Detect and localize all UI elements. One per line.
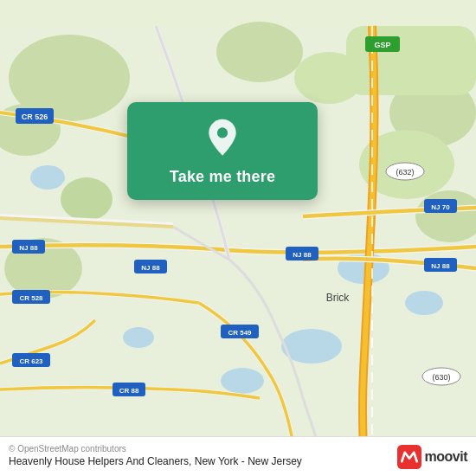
- map-background: GSP CR 526 CR 52 (632) NJ 88 NJ 88 NJ 88…: [0, 0, 476, 476]
- take-me-there-card[interactable]: Take me there: [127, 102, 318, 200]
- svg-text:CR 528: CR 528: [19, 294, 43, 302]
- svg-text:NJ 88: NJ 88: [141, 264, 160, 272]
- svg-point-15: [221, 368, 264, 394]
- svg-point-12: [30, 165, 65, 190]
- take-me-there-label: Take me there: [170, 168, 275, 186]
- svg-point-10: [294, 52, 363, 104]
- svg-text:CR 623: CR 623: [19, 357, 43, 365]
- bottom-info: © OpenStreetMap contributors Heavenly Ho…: [9, 444, 302, 469]
- map-container: GSP CR 526 CR 52 (632) NJ 88 NJ 88 NJ 88…: [0, 0, 476, 476]
- svg-text:(630): (630): [432, 373, 450, 382]
- svg-text:(632): (632): [396, 168, 414, 177]
- svg-point-11: [216, 22, 303, 82]
- svg-text:NJ 88: NJ 88: [293, 251, 312, 259]
- bottom-bar: © OpenStreetMap contributors Heavenly Ho…: [0, 436, 476, 476]
- moovit-text: moovit: [425, 449, 467, 465]
- location-name: Heavenly House Helpers And Cleaners, New…: [9, 455, 302, 469]
- svg-text:CR 549: CR 549: [228, 329, 252, 337]
- svg-text:CR 526: CR 526: [22, 113, 48, 121]
- svg-point-17: [405, 291, 443, 315]
- moovit-brand-icon: [397, 445, 421, 469]
- svg-text:Brick: Brick: [326, 292, 351, 304]
- svg-text:NJ 88: NJ 88: [431, 262, 450, 270]
- svg-point-50: [217, 127, 228, 138]
- svg-point-16: [123, 327, 154, 348]
- svg-text:NJ 88: NJ 88: [19, 244, 38, 252]
- svg-point-6: [61, 177, 113, 221]
- svg-text:CR 88: CR 88: [119, 387, 139, 395]
- location-pin-icon: [202, 118, 243, 159]
- svg-text:GSP: GSP: [374, 41, 390, 49]
- copyright-text: © OpenStreetMap contributors: [9, 444, 302, 453]
- moovit-logo: moovit: [397, 445, 467, 469]
- svg-rect-5: [346, 26, 476, 95]
- svg-text:NJ 70: NJ 70: [431, 203, 450, 211]
